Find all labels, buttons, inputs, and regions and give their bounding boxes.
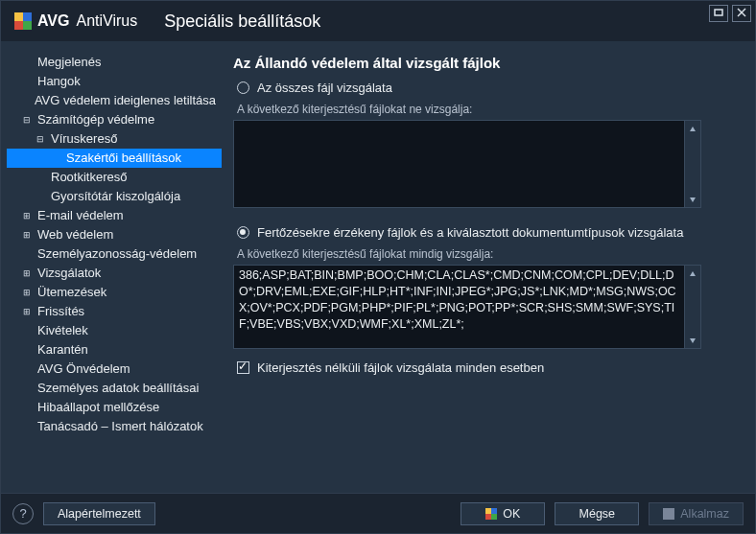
main-panel: Az Állandó védelem által vizsgált fájlok… [229, 41, 755, 493]
minimize-button[interactable] [709, 5, 728, 22]
nav-item-label: Rootkitkereső [47, 168, 130, 187]
scrollbar[interactable] [684, 121, 700, 207]
collapse-icon[interactable]: ⊟ [20, 110, 34, 129]
nav-item[interactable]: ⊟Víruskereső [7, 129, 222, 149]
nav-item-label: Szakértői beállítások [62, 149, 185, 168]
footer: ? Alapértelmezett OK Mégse Alkalmaz [1, 493, 755, 533]
exclude-extensions-box[interactable] [233, 120, 701, 208]
content-area: MegjelenésHangokAVG védelem ideiglenes l… [1, 41, 755, 493]
scroll-down-icon[interactable] [685, 191, 700, 207]
nav-item[interactable]: Rootkitkereső [7, 168, 222, 187]
nav-item-label: Ütemezések [34, 283, 110, 302]
scroll-up-icon[interactable] [685, 121, 700, 137]
nav-item[interactable]: AVG Önvédelem [7, 360, 222, 379]
nav-item[interactable]: ⊞Vizsgálatok [7, 264, 222, 283]
shield-icon [663, 508, 674, 520]
nav-item-label: Víruskereső [47, 129, 121, 149]
minimize-icon [714, 8, 723, 19]
svg-rect-18 [669, 514, 674, 520]
expand-icon[interactable]: ⊞ [20, 264, 34, 283]
default-button[interactable]: Alapértelmezett [43, 502, 155, 525]
nav-item[interactable]: Személyes adatok beállításai [7, 379, 222, 398]
expand-icon[interactable]: ⊞ [20, 283, 34, 302]
nav-item-label: Web védelem [34, 225, 117, 244]
collapse-icon[interactable]: ⊟ [34, 129, 47, 149]
radio-scan-sensitive[interactable]: Fertőzésekre érzékeny fájlok és a kivála… [237, 225, 736, 240]
radio-scan-sensitive-label: Fertőzésekre érzékeny fájlok és a kivála… [257, 225, 683, 240]
default-button-label: Alapértelmezett [58, 507, 141, 521]
nav-item[interactable]: ⊞Web védelem [7, 225, 222, 244]
nav-item-label: AVG védelem ideiglenes letiltása [31, 91, 220, 110]
svg-rect-17 [663, 514, 669, 520]
window-controls [709, 5, 751, 22]
nav-item[interactable]: ⊞E-mail védelem [7, 206, 222, 225]
svg-rect-2 [14, 21, 23, 30]
scroll-down-icon[interactable] [685, 332, 700, 348]
exclude-label: A következő kiterjesztésű fájlokat ne vi… [237, 103, 736, 116]
brand-block: AVGAntiVirus [14, 12, 137, 30]
checkbox-scan-noext[interactable]: Kiterjesztés nélküli fájlok vizsgálata m… [237, 360, 736, 375]
nav-item[interactable]: Karantén [7, 340, 222, 360]
nav-item[interactable]: AVG védelem ideiglenes letiltása [7, 91, 222, 110]
include-label: A következő kiterjesztésű fájlokat mindi… [237, 247, 736, 261]
close-icon [737, 8, 746, 19]
nav-item[interactable]: Hibaállapot mellőzése [7, 398, 222, 417]
svg-rect-15 [663, 508, 669, 514]
nav-item-label: Frissítés [34, 302, 88, 321]
cancel-button-label: Mégse [579, 507, 616, 521]
nav-item[interactable]: Gyorsítótár kiszolgálója [7, 187, 222, 206]
radio-icon [237, 226, 249, 239]
nav-item[interactable]: ⊞Frissítés [7, 302, 222, 321]
nav-item-label: Számítógép védelme [34, 110, 158, 129]
titlebar: AVGAntiVirus Speciális beállítások [1, 1, 755, 41]
apply-button-label: Alkalmaz [680, 507, 729, 521]
radio-scan-all[interactable]: Az összes fájl vizsgálata [237, 81, 736, 95]
nav-item[interactable]: Szakértői beállítások [7, 149, 222, 168]
nav-item[interactable]: Megjelenés [7, 53, 222, 72]
svg-marker-8 [690, 197, 696, 202]
nav-item-label: Tanácsadó – Ismert hálózatok [34, 417, 207, 436]
svg-marker-9 [690, 271, 696, 276]
expand-icon[interactable]: ⊞ [20, 225, 34, 244]
nav-item[interactable]: Hangok [7, 72, 222, 91]
nav-item[interactable]: Tanácsadó – Ismert hálózatok [7, 417, 222, 436]
nav-item[interactable]: ⊟Számítógép védelme [7, 110, 222, 129]
apply-button[interactable]: Alkalmaz [649, 502, 744, 525]
nav-item-label: Hibaállapot mellőzése [34, 398, 163, 417]
nav-item-label: Személyazonosság-védelem [34, 244, 201, 264]
nav-item-label: Hangok [34, 72, 84, 91]
include-extensions-value: 386;ASP;BAT;BIN;BMP;BOO;CHM;CLA;CLAS*;CM… [234, 266, 684, 348]
radio-scan-all-label: Az összes fájl vizsgálata [257, 81, 392, 95]
brand-sub: AntiVirus [76, 12, 137, 30]
nav-item[interactable]: ⊞Ütemezések [7, 283, 222, 302]
svg-rect-4 [715, 10, 722, 15]
svg-rect-13 [485, 514, 491, 520]
expand-icon[interactable]: ⊞ [20, 302, 34, 321]
nav-item-label: AVG Önvédelem [34, 360, 134, 379]
app-window: AVGAntiVirus Speciális beállítások Megje… [0, 0, 756, 534]
expand-icon[interactable]: ⊞ [20, 206, 34, 225]
nav-item-label: Karantén [34, 340, 92, 360]
nav-item-label: Megjelenés [34, 53, 106, 72]
svg-rect-0 [14, 12, 23, 21]
exclude-extensions-value [234, 121, 684, 207]
nav-item[interactable]: Személyazonosság-védelem [7, 244, 222, 264]
svg-rect-11 [485, 508, 491, 514]
scrollbar[interactable] [684, 266, 700, 348]
svg-rect-3 [23, 21, 32, 30]
nav-item[interactable]: Kivételek [7, 321, 222, 340]
nav-item-label: Gyorsítótár kiszolgálója [47, 187, 184, 206]
svg-rect-16 [669, 508, 674, 514]
svg-marker-7 [690, 127, 696, 131]
svg-marker-10 [690, 338, 696, 343]
svg-rect-1 [23, 12, 32, 21]
include-extensions-box[interactable]: 386;ASP;BAT;BIN;BMP;BOO;CHM;CLA;CLAS*;CM… [233, 265, 701, 349]
scroll-up-icon[interactable] [685, 266, 700, 282]
nav-tree: MegjelenésHangokAVG védelem ideiglenes l… [7, 53, 222, 436]
help-button[interactable]: ? [12, 503, 34, 524]
cancel-button[interactable]: Mégse [555, 502, 639, 525]
close-button[interactable] [732, 5, 751, 22]
nav-item-label: Kivételek [34, 321, 92, 340]
nav-item-label: Személyes adatok beállításai [34, 379, 202, 398]
ok-button[interactable]: OK [461, 502, 545, 525]
